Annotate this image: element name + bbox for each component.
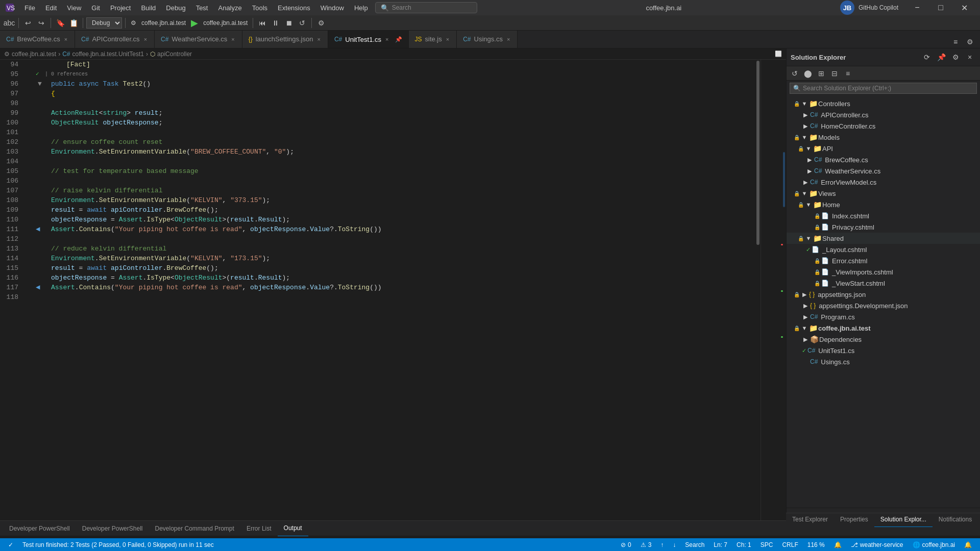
status-errors[interactable]: ⊘ 0 xyxy=(617,538,635,551)
tree-item-error[interactable]: 🔒 📄 Error.cshtml xyxy=(787,255,980,266)
debug-pause-btn[interactable]: ⏸ xyxy=(270,17,282,29)
tree-item-home[interactable]: 🔒 ▼ 📁 Home xyxy=(787,199,980,210)
tree-item-test-project[interactable]: 🔒 ▼ 📁 coffee.jbn.ai.test xyxy=(787,322,980,334)
status-notification[interactable]: 🔔 xyxy=(960,538,976,551)
status-spc[interactable]: SPC xyxy=(756,538,777,551)
status-project[interactable]: 🌐 coffee.jbn.ai xyxy=(909,538,960,551)
panel-tab-properties[interactable]: Properties xyxy=(834,512,874,527)
tab-settings-button[interactable]: ⚙ xyxy=(964,36,976,48)
menu-tools[interactable]: Tools xyxy=(247,0,273,15)
tree-item-unittest1[interactable]: ✓ C# UnitTest1.cs xyxy=(787,345,980,356)
se-toolbar-view[interactable]: ≡ xyxy=(842,67,854,80)
menu-window[interactable]: Window xyxy=(315,0,349,15)
tab-apicontroller[interactable]: C# APIController.cs × xyxy=(75,31,155,48)
panel-tab-notifications[interactable]: Notifications xyxy=(933,512,978,527)
menu-project[interactable]: Project xyxy=(105,0,136,15)
tab-close-sitejs[interactable]: × xyxy=(445,36,450,43)
bottom-tab-errorlist[interactable]: Error List xyxy=(240,521,278,536)
debug-step-btn[interactable]: ⏮ xyxy=(256,17,268,29)
build-config-select[interactable]: Debug xyxy=(86,17,122,29)
se-sync-button[interactable]: ⟳ xyxy=(921,51,933,63)
tree-item-errorviewmodel[interactable]: ▶ C# ErrorViewModel.cs xyxy=(787,177,980,188)
tab-usings[interactable]: C# Usings.cs × xyxy=(457,31,518,48)
bottom-tab-devcommand[interactable]: Developer Command Prompt xyxy=(149,521,240,536)
code-content[interactable]: [Fact] ✓ | 0 references ▼ public async T… xyxy=(31,60,755,520)
tree-item-dependencies[interactable]: ▶ 📦 Dependencies xyxy=(787,334,980,345)
status-branch[interactable]: ⎇ weather-service xyxy=(847,538,908,551)
se-close-button[interactable]: × xyxy=(964,51,976,63)
panel-tab-testexplorer[interactable]: Test Explorer xyxy=(786,512,834,527)
se-tree[interactable]: 🔒 ▼ 📁 Controllers ▶ C# APIController.cs … xyxy=(787,96,980,520)
status-up-nav[interactable]: ↑ xyxy=(656,538,668,551)
se-settings-button[interactable]: ⚙ xyxy=(949,51,962,63)
tab-close-brewcoffee[interactable]: × xyxy=(63,36,68,43)
menu-analyze[interactable]: Analyze xyxy=(213,0,247,15)
toolbar-btn-1[interactable]: abc xyxy=(3,17,15,29)
se-toolbar-filter[interactable]: ⊞ xyxy=(815,67,827,80)
tab-close-usings[interactable]: × xyxy=(506,36,511,43)
bookmark-button[interactable]: 🔖 xyxy=(54,17,66,29)
run-button[interactable]: ▶ xyxy=(189,17,200,29)
bottom-tab-devpowershell2[interactable]: Developer PowerShell xyxy=(76,521,149,536)
tab-close-apicontroller[interactable]: × xyxy=(143,36,148,43)
bottom-tab-output[interactable]: Output xyxy=(278,521,308,536)
tree-item-apicontroller[interactable]: ▶ C# APIController.cs xyxy=(787,109,980,120)
undo-button[interactable]: ↩ xyxy=(22,17,34,29)
copy-button[interactable]: 📋 xyxy=(67,17,80,29)
editor-scrollbar[interactable] xyxy=(755,60,761,520)
tab-weatherservice[interactable]: C# WeatherService.cs × xyxy=(155,31,242,48)
menu-test[interactable]: Test xyxy=(191,0,213,15)
code-editor[interactable]: 94 95 96 97 98 99 100 101 102 103 104 10… xyxy=(0,60,786,520)
menu-edit[interactable]: Edit xyxy=(40,0,62,15)
tree-item-usings[interactable]: C# Usings.cs xyxy=(787,356,980,367)
tree-item-appsettings[interactable]: 🔒 ▶ { } appsettings.json xyxy=(787,289,980,300)
minimize-button[interactable]: − xyxy=(905,0,929,15)
tree-item-program[interactable]: ▶ C# Program.cs xyxy=(787,311,980,322)
maximize-button[interactable]: □ xyxy=(929,0,952,15)
se-pin-button[interactable]: 📌 xyxy=(935,51,947,63)
tree-item-api[interactable]: 🔒 ▼ 📁 API xyxy=(787,143,980,154)
status-crlf[interactable]: CRLF xyxy=(778,538,802,551)
tab-brewcoffee[interactable]: C# BrewCoffee.cs × xyxy=(0,31,75,48)
tab-close-weatherservice[interactable]: × xyxy=(230,36,235,43)
tab-launchsettings[interactable]: {} launchSettings.json × xyxy=(242,31,328,48)
redo-button[interactable]: ↪ xyxy=(35,17,47,29)
status-zoom[interactable]: 116 % xyxy=(803,538,829,551)
menu-file[interactable]: File xyxy=(19,0,40,15)
user-avatar[interactable]: JB xyxy=(840,1,854,15)
se-toolbar-refresh[interactable]: ⊟ xyxy=(828,67,841,80)
menu-git[interactable]: Git xyxy=(86,0,105,15)
tab-unittest1[interactable]: C# UnitTest1.cs × 📌 xyxy=(328,31,409,48)
tab-pin-unittest1[interactable]: 📌 xyxy=(395,36,402,43)
tree-item-homecontroller[interactable]: ▶ C# HomeController.cs xyxy=(787,120,980,132)
status-bell[interactable]: 🔔 xyxy=(830,538,846,551)
tree-item-models[interactable]: 🔒 ▼ 📁 Models xyxy=(787,132,980,143)
settings-button[interactable]: ⚙ xyxy=(315,17,327,29)
tab-close-unittest1[interactable]: × xyxy=(384,36,389,43)
menu-build[interactable]: Build xyxy=(136,0,161,15)
tree-item-appsettings-dev[interactable]: ▶ { } appsettings.Development.json xyxy=(787,300,980,311)
se-toolbar-sync[interactable]: ↺ xyxy=(789,67,801,80)
tree-item-viewimports[interactable]: 🔒 📄 _ViewImports.cshtml xyxy=(787,266,980,278)
tree-item-controllers[interactable]: 🔒 ▼ 📁 Controllers xyxy=(787,98,980,109)
tree-item-viewstart[interactable]: 🔒 📄 _ViewStart.cshtml xyxy=(787,278,980,289)
menu-debug[interactable]: Debug xyxy=(161,0,190,15)
debug-stop-btn[interactable]: ⏹ xyxy=(283,17,295,29)
status-down-nav[interactable]: ↓ xyxy=(669,538,680,551)
close-button[interactable]: ✕ xyxy=(952,0,976,15)
tree-item-shared[interactable]: 🔒 ▼ 📁 Shared xyxy=(787,233,980,244)
tab-sitejs[interactable]: JS site.js × xyxy=(409,31,457,48)
tree-item-views[interactable]: 🔒 ▼ 📁 Views xyxy=(787,188,980,199)
tab-close-launchsettings[interactable]: × xyxy=(316,36,321,43)
bottom-tab-devpowershell1[interactable]: Developer PowerShell xyxy=(3,521,76,536)
menu-view[interactable]: View xyxy=(62,0,86,15)
menu-help[interactable]: Help xyxy=(349,0,373,15)
split-editor-button[interactable]: ⬜ xyxy=(775,51,782,57)
se-toolbar-collapse[interactable]: ⬤ xyxy=(802,67,814,80)
status-warnings[interactable]: ⚠ 3 xyxy=(636,538,656,551)
tree-item-privacy[interactable]: 🔒 📄 Privacy.cshtml xyxy=(787,221,980,233)
se-search-box[interactable]: 🔍 Search Solution Explorer (Ctrl+;) xyxy=(790,83,977,94)
tab-overflow-button[interactable]: ≡ xyxy=(949,36,962,48)
menu-extensions[interactable]: Extensions xyxy=(273,0,315,15)
debug-restart-btn[interactable]: ↺ xyxy=(296,17,308,29)
